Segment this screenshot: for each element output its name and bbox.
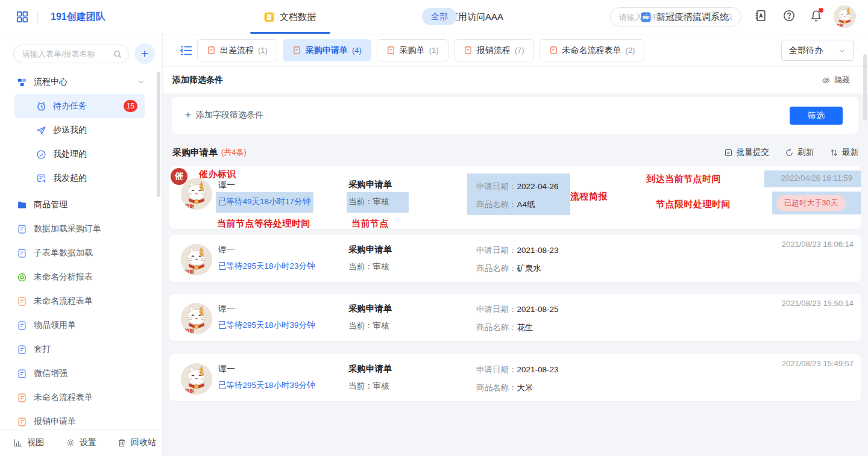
sidebar-item-print-template[interactable]: 套打 (0, 337, 163, 361)
applicant-name: 谭一 (218, 364, 235, 375)
task-card[interactable]: 催 谭一 已等待49天18小时17分钟 采购申请单 当前：审核 申请日期：202… (169, 166, 861, 229)
doc-icon (17, 393, 27, 403)
product-label: 商品名称： (476, 323, 517, 332)
sidebar-item-goods-mgmt[interactable]: 商品管理 (0, 193, 163, 217)
main-content: 出差流程 (1) 采购申请单 (4) 采购单 (1) 报销流程 (7) (163, 34, 868, 456)
sidebar-search-input[interactable] (22, 49, 113, 58)
search-icon[interactable] (113, 49, 122, 59)
task-card[interactable]: 谭一 已等待295天18小时39分钟 采购申请单 当前：审核 申请日期：2021… (169, 354, 861, 401)
apply-date-label: 申请日期： (476, 182, 517, 191)
form-name: 采购申请单 (348, 303, 392, 314)
sidebar-item-subform-load[interactable]: 子表单数据加载 (0, 241, 163, 265)
avatar-cat-image (834, 5, 856, 28)
avatar (181, 178, 212, 210)
sidebar-item-label: 我处理的 (53, 149, 87, 160)
chip-count: (4) (352, 46, 362, 55)
settings-button[interactable]: 设置 (66, 437, 96, 448)
avatar (181, 303, 212, 334)
sidebar-item-unnamed-flow-form[interactable]: 未命名流程表单 (0, 289, 163, 313)
help-icon[interactable] (782, 9, 796, 22)
sidebar-item-unnamed-flow-form-2[interactable]: 未命名流程表单 (0, 386, 163, 410)
app-grid-icon[interactable] (16, 10, 29, 23)
add-form-button[interactable]: + (134, 43, 155, 64)
chip-business-trip[interactable]: 出差流程 (1) (197, 39, 277, 61)
sidebar-item-label: 未命名流程表单 (34, 296, 93, 307)
chip-unnamed-flow-form[interactable]: 未命名流程表单 (2) (539, 39, 645, 61)
sidebar-item-label: 抄送我的 (53, 125, 87, 136)
sidebar-item-handled-by-me[interactable]: 我处理的 (0, 142, 163, 166)
chip-purchase-request[interactable]: 采购申请单 (4) (283, 39, 371, 61)
product-value: 花生 (517, 323, 533, 332)
doc-icon (17, 224, 27, 234)
main-scrollbar[interactable] (863, 54, 867, 120)
filter-card: + 添加字段筛选条件 筛选 (172, 97, 858, 134)
hide-filter-button[interactable]: 隐藏 (822, 75, 850, 86)
all-apps-pill[interactable]: 全部 (422, 8, 457, 25)
chevron-down-icon[interactable] (137, 78, 145, 86)
chart-icon (13, 438, 23, 448)
sidebar-item-data-load-order[interactable]: 数据加载采购订单 (0, 217, 163, 241)
sidebar-item-analysis-report[interactable]: 未命名分析报表 (0, 265, 163, 289)
current-node: 当前：审核 (348, 261, 389, 272)
app-root: 191创建团队 文档数据 应用访问AAA 新冠疫情流调系统 全部 (0, 0, 868, 456)
sidebar-search[interactable] (13, 45, 129, 63)
user-avatar[interactable] (834, 5, 856, 28)
list-title: 采购申请单 (172, 147, 218, 158)
tab-doc-data[interactable]: 文档数据 (263, 0, 316, 34)
batch-submit-button[interactable]: 批量提交 (724, 147, 769, 158)
task-card[interactable]: 谭一 已等待295天18小时23分钟 采购申请单 当前：审核 申请日期：2021… (169, 235, 861, 282)
batch-submit-label: 批量提交 (737, 147, 769, 158)
filter-title: 添加筛选条件 (172, 75, 223, 86)
list-count: (共4条) (221, 147, 247, 158)
sidebar-item-cc-to-me[interactable]: 抄送我的 (0, 118, 163, 142)
task-card[interactable]: 谭一 已等待295天18小时39分钟 采购申请单 当前：审核 申请日期：2021… (169, 294, 861, 341)
collapse-sidebar-icon[interactable] (180, 44, 193, 57)
chip-label: 未命名流程表单 (562, 45, 621, 56)
sidebar-item-label: 我发起的 (53, 173, 87, 184)
product-line: 商品名称：大米 (476, 383, 533, 393)
eye-off-icon (822, 76, 831, 85)
doc-icon (549, 46, 558, 55)
overdue-pill: 已超时大于30天 (776, 195, 846, 211)
sidebar-item-process-center[interactable]: 流程中心 (0, 70, 163, 94)
todo-filter-select[interactable]: 全部待办 (781, 40, 854, 61)
doc-icon (17, 296, 27, 307)
doc-icon (292, 46, 301, 55)
team-name[interactable]: 191创建团队 (51, 11, 105, 23)
todo-filter-value: 全部待办 (789, 45, 823, 56)
contacts-icon[interactable] (754, 9, 767, 22)
search-icon[interactable] (725, 12, 734, 22)
sidebar-item-todo-tasks[interactable]: 待办任务 15 (14, 94, 145, 118)
views-label: 视图 (27, 437, 44, 448)
clock-icon (36, 101, 46, 111)
sidebar-item-label: 未命名流程表单 (34, 392, 93, 403)
recycle-bin-button[interactable]: 回收站 (117, 437, 156, 448)
product-label: 商品名称： (476, 200, 517, 209)
chip-label: 报销流程 (477, 45, 511, 56)
chip-label: 采购单 (400, 45, 425, 56)
sort-latest-button[interactable]: 最新 (829, 147, 858, 158)
avatar (181, 244, 212, 275)
sidebar-scrollbar[interactable] (157, 72, 160, 197)
tab-label: 应用访问AAA (449, 11, 503, 23)
apply-date-value: 2021-08-25 (517, 305, 559, 314)
apply-date-value: 2022-04-26 (517, 182, 559, 191)
form-name: 采购申请单 (348, 179, 392, 190)
global-search[interactable] (610, 7, 741, 27)
sidebar-item-label: 流程中心 (34, 77, 68, 87)
chip-reimburse-flow[interactable]: 报销流程 (7) (454, 39, 534, 61)
sidebar-item-wechat-enhance[interactable]: 微信增强 (0, 361, 163, 386)
sidebar-item-label: 数据加载采购订单 (34, 223, 101, 234)
filter-submit-button[interactable]: 筛选 (790, 107, 843, 125)
views-button[interactable]: 视图 (13, 437, 44, 448)
product-label: 商品名称： (476, 264, 517, 273)
apply-date-value: 2021-08-23 (517, 365, 559, 374)
global-search-input[interactable] (619, 13, 725, 22)
sidebar-item-item-requisition[interactable]: 物品领用单 (0, 313, 163, 337)
arrive-node-time: 2021/08/23 16:06:14 (782, 240, 854, 249)
refresh-button[interactable]: 刷新 (785, 147, 814, 158)
chip-count: (7) (515, 46, 524, 55)
sidebar-item-started-by-me[interactable]: 我发起的 (0, 166, 163, 190)
chip-purchase-order[interactable]: 采购单 (1) (377, 39, 448, 61)
add-filter-field-button[interactable]: + 添加字段筛选条件 (185, 109, 263, 121)
